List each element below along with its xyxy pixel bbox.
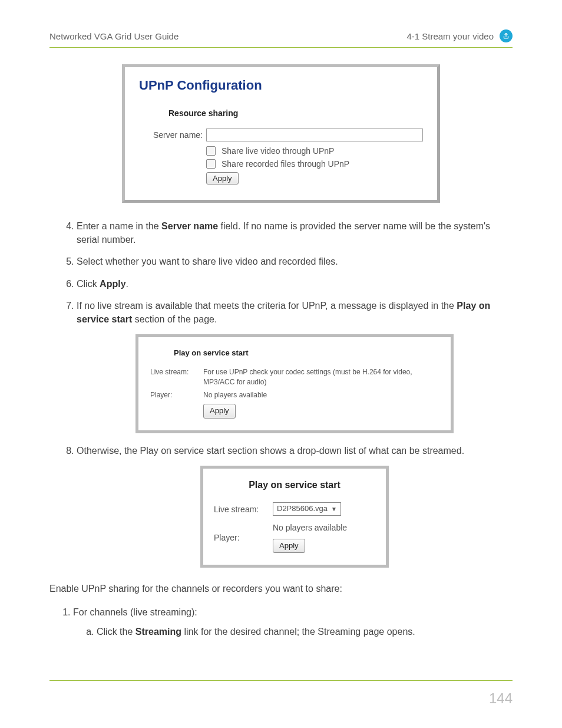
player-message: No players available	[273, 522, 375, 533]
step-6-text-a: Click	[77, 279, 100, 289]
upnp-config-screenshot: UPnP Configuration Resource sharing Serv…	[122, 64, 440, 203]
play-on-start-title: Play on service start	[214, 478, 375, 492]
step-8-text: Otherwise, the Play on service start sec…	[77, 446, 464, 456]
chevron-down-icon: ▼	[331, 505, 337, 514]
step-4-text-a: Enter a name in the	[77, 221, 161, 231]
share-live-label: Share live video through UPnP	[222, 146, 334, 156]
live-stream-select[interactable]: D2P85606.vga ▼	[273, 502, 341, 516]
share-live-checkbox[interactable]	[206, 146, 216, 156]
channels-sublist: Click the Streaming link for the desired…	[73, 625, 513, 638]
step-5: Select whether you want to share live vi…	[77, 255, 513, 268]
apply-button[interactable]: Apply	[203, 404, 236, 419]
channels-sub-a: Click the Streaming link for the desired…	[97, 625, 513, 638]
page-header: Networked VGA Grid User Guide 4-1 Stream…	[49, 29, 513, 48]
upnp-config-title: UPnP Configuration	[139, 78, 423, 93]
server-name-input[interactable]	[206, 129, 423, 141]
share-recorded-checkbox[interactable]	[206, 159, 216, 169]
step-4-bold: Server name	[161, 221, 218, 231]
step-7-text-a: If no live stream is available that meet…	[77, 301, 457, 311]
play-on-start-error-screenshot: Play on service start Live stream: For u…	[135, 334, 454, 433]
live-stream-message: For use UPnP check your codec settings (…	[203, 367, 439, 388]
step-8: Otherwise, the Play on service start sec…	[77, 444, 513, 568]
channels-item: For channels (live streaming): Click the…	[73, 605, 513, 638]
sub-a-text-a: Click the	[97, 627, 135, 637]
header-left: Networked VGA Grid User Guide	[49, 31, 178, 41]
header-section-label: 4-1 Stream your video	[406, 31, 494, 41]
live-stream-label: Live stream:	[150, 367, 203, 388]
live-stream-label: Live stream:	[214, 503, 273, 515]
apply-button[interactable]: Apply	[206, 172, 239, 185]
enable-upnp-list: For channels (live streaming): Click the…	[49, 605, 513, 638]
live-stream-selected-value: D2P85606.vga	[277, 503, 328, 515]
step-6-text-c: .	[126, 279, 128, 289]
step-7: If no live stream is available that meet…	[77, 299, 513, 433]
step-4: Enter a name in the Server name field. I…	[77, 219, 513, 246]
enable-upnp-intro: Enable UPnP sharing for the channels or …	[49, 582, 513, 595]
play-on-start-title: Play on service start	[174, 348, 439, 359]
page-number: 144	[489, 690, 513, 707]
step-6-bold: Apply	[100, 279, 125, 289]
player-label: Player:	[150, 390, 203, 419]
sub-a-text-c: link for the desired channel; the Stream…	[181, 627, 415, 637]
player-label: Player:	[214, 532, 273, 543]
footer-divider	[49, 680, 513, 681]
instruction-list: Enter a name in the Server name field. I…	[49, 219, 513, 568]
share-recorded-label: Share recorded files through UPnP	[222, 159, 349, 169]
step-7-text-c: section of the page.	[132, 314, 217, 324]
header-right: 4-1 Stream your video	[406, 29, 513, 42]
resource-sharing-heading: Resource sharing	[168, 108, 423, 118]
server-name-label: Server name:	[139, 130, 206, 140]
channels-item-text: For channels (live streaming):	[73, 607, 197, 617]
play-on-start-dropdown-screenshot: Play on service start Live stream: D2P85…	[200, 466, 389, 568]
apply-button[interactable]: Apply	[273, 539, 305, 554]
share-icon	[500, 29, 513, 42]
sub-a-bold: Streaming	[135, 627, 181, 637]
step-6: Click Apply.	[77, 277, 513, 291]
player-message: No players available	[203, 390, 439, 400]
